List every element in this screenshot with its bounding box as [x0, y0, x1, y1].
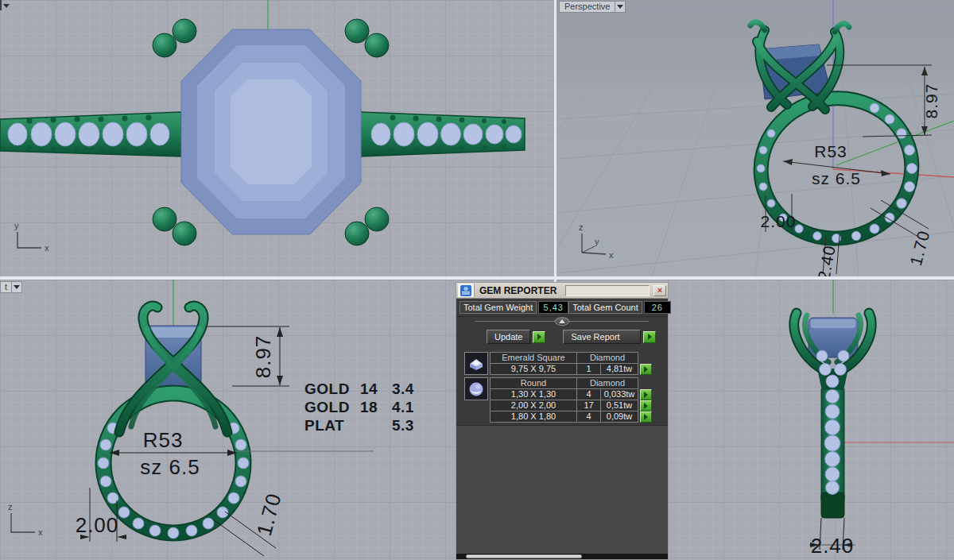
dim-band-width: 2.00	[761, 212, 797, 230]
gem-count: 17	[576, 400, 601, 411]
dim-shank-width[interactable]: 2.40	[811, 534, 855, 558]
play-icon	[644, 392, 648, 398]
metal-row: PLAT 5.3	[304, 416, 414, 434]
collapse-row	[456, 317, 668, 326]
metal-name: PLAT	[304, 416, 360, 434]
total-gem-weight: Total Gem Weight 5,43	[460, 301, 568, 314]
viewport-top-title-tab[interactable]	[0, 0, 12, 12]
svg-text:z: z	[8, 502, 13, 512]
round-gem-icon	[464, 377, 488, 400]
viewport-front-title-tab[interactable]: t	[0, 281, 22, 293]
collapse-button[interactable]	[555, 317, 569, 326]
svg-text:x: x	[45, 243, 49, 253]
gem-group-round: Round Diamond 1,30 X 1,30 4 0,033tw 2,00…	[464, 377, 668, 423]
gem-reporter-icon	[458, 284, 475, 297]
play-icon	[644, 414, 648, 420]
dim-band-width: 2.00	[76, 513, 119, 537]
dim-radius: R53	[143, 428, 184, 452]
dialog-buttons-row: Update Save Report	[456, 326, 668, 349]
metal-karat: 14	[360, 380, 392, 398]
dim-band-thickness: 1.70	[906, 228, 933, 267]
axis-indicator: z x	[8, 502, 43, 537]
viewport-menu-arrow[interactable]	[2, 0, 12, 12]
dim-ring-size: sz 6.5	[140, 455, 200, 479]
dim-shank-width: 2.40	[814, 244, 838, 276]
chevron-down-icon	[3, 4, 10, 8]
gem-reporter-dialog: GEM REPORTER × Total Gem Weight 5,43 Tot…	[456, 282, 669, 560]
save-report-button[interactable]: Save Report	[563, 330, 641, 344]
viewport-top[interactable]: y x	[0, 0, 554, 276]
play-icon	[644, 403, 648, 409]
gem-group-emerald: Emerald Square Diamond 9,75 X 9,75 1 4,8…	[464, 352, 668, 375]
gem-weight: 0,09tw	[600, 411, 638, 423]
perspective-canvas[interactable]: 8.97 R53 sz 6.5 2.00 1.70 2.40 z y x	[556, 0, 954, 276]
gem-data-row[interactable]: 1,80 X 1,80 4 0,09tw	[490, 411, 652, 423]
total-gem-count-label: Total Gem Count	[568, 301, 642, 314]
gem-list: Emerald Square Diamond 9,75 X 9,75 1 4,8…	[456, 349, 668, 426]
svg-text:x: x	[609, 250, 614, 260]
metal-karat: 18	[360, 398, 392, 416]
viewport-title[interactable]: Perspective	[559, 1, 615, 13]
gem-size: 1,80 X 1,80	[490, 411, 577, 423]
dialog-scrollbar-track[interactable]	[456, 554, 668, 559]
viewport-perspective-title-tab[interactable]: Perspective	[559, 1, 626, 13]
dim-band-thickness: 1.70	[252, 490, 286, 539]
total-gem-weight-label: Total Gem Weight	[460, 301, 537, 314]
chevron-down-icon	[617, 5, 623, 9]
gem-row-go-button[interactable]	[640, 389, 652, 400]
gem-size: 1,30 X 1,30	[490, 388, 577, 400]
metal-row: GOLD 14 3.4	[304, 380, 414, 398]
gem-header-row: Round Diamond	[490, 377, 652, 389]
gem-row-go-button[interactable]	[640, 364, 652, 375]
chevron-down-icon	[14, 285, 20, 289]
gem-weight: 4,81tw	[600, 363, 638, 375]
dim-height: 8.97	[922, 83, 940, 119]
dim-height: 8.97	[251, 335, 275, 379]
dim-radius: R53	[814, 142, 847, 160]
chevron-up-icon	[559, 319, 565, 323]
svg-text:z: z	[579, 222, 584, 232]
svg-text:x: x	[38, 527, 43, 537]
dialog-titlebar[interactable]: GEM REPORTER ×	[456, 283, 668, 299]
svg-text:y: y	[595, 237, 599, 246]
metal-name: GOLD	[304, 398, 360, 416]
gem-row-go-button[interactable]	[640, 411, 652, 423]
play-icon	[648, 334, 652, 340]
titlebar-inset	[565, 285, 650, 296]
total-gem-weight-value: 5,43	[538, 301, 568, 314]
ring-side-view[interactable]	[794, 313, 871, 518]
emerald-gem-icon	[464, 352, 488, 375]
viewport-perspective[interactable]: Perspective	[556, 0, 954, 276]
gem-material: Diamond	[576, 377, 638, 389]
update-go-button[interactable]	[533, 331, 545, 343]
gem-count: 4	[576, 411, 601, 423]
close-button[interactable]: ×	[653, 285, 666, 296]
dialog-scrollbar-thumb[interactable]	[466, 554, 582, 558]
gem-shape: Round	[490, 377, 577, 389]
gem-data-row[interactable]: 9,75 X 9,75 1 4,81tw	[490, 363, 652, 375]
gem-weight: 0,033tw	[600, 388, 638, 400]
top-view-canvas[interactable]: y x	[0, 0, 554, 276]
metal-karat	[360, 416, 392, 434]
axis-indicator: y x	[14, 221, 49, 253]
gem-size: 2,00 X 2,00	[490, 400, 577, 411]
dialog-stats-row: Total Gem Weight 5,43 Total Gem Count 26	[456, 299, 668, 317]
metal-weight: 3.4	[392, 380, 414, 398]
viewport-menu-arrow[interactable]	[615, 1, 626, 13]
update-group: Update	[487, 330, 545, 344]
metal-row: GOLD 18 4.1	[304, 398, 414, 416]
viewport-menu-arrow[interactable]	[12, 281, 22, 293]
metal-name: GOLD	[304, 380, 360, 398]
gem-data-row[interactable]: 2,00 X 2,00 17 0,51tw	[490, 400, 652, 411]
gem-table: Emerald Square Diamond 9,75 X 9,75 1 4,8…	[490, 352, 652, 375]
update-button[interactable]: Update	[487, 330, 530, 344]
gem-size: 9,75 X 9,75	[490, 363, 577, 375]
gem-row-go-button[interactable]	[640, 400, 652, 411]
total-gem-count: Total Gem Count 26	[568, 301, 671, 314]
gem-data-row[interactable]: 1,30 X 1,30 4 0,033tw	[490, 388, 652, 400]
play-icon	[644, 366, 648, 373]
save-report-group: Save Report	[563, 330, 656, 344]
save-report-go-button[interactable]	[643, 331, 656, 343]
viewport-title[interactable]: t	[0, 281, 12, 293]
center-stone-top-view[interactable]	[181, 29, 361, 234]
